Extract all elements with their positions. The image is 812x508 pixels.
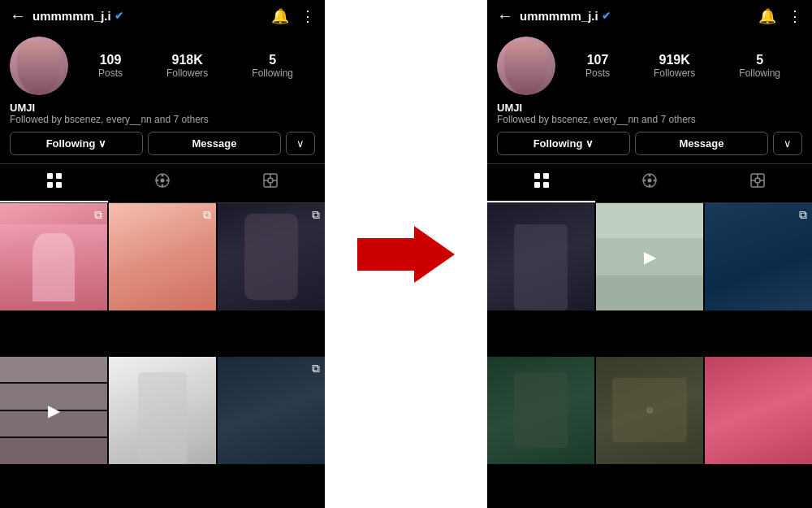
- right-bio-section: UMJI Followed by bscenez, every__nn and …: [487, 102, 812, 132]
- left-following-count: 5: [269, 53, 276, 67]
- right-following-button[interactable]: Following ∨: [497, 132, 630, 155]
- svg-rect-18: [543, 173, 549, 179]
- left-posts-label: Posts: [98, 67, 123, 79]
- left-bell-icon[interactable]: 🔔: [271, 7, 289, 25]
- left-more-icon[interactable]: ⋮: [300, 7, 315, 25]
- right-followers-count: 919K: [659, 53, 690, 67]
- left-stat-following[interactable]: 5 Following: [252, 53, 293, 79]
- left-posts-count: 109: [100, 53, 122, 67]
- right-cell3-multi-icon: ⧉: [799, 208, 807, 222]
- left-posts-grid: ⧉ ⧉ ⧉ ▶ ⧉: [0, 203, 325, 508]
- left-username-text: ummmmm_j.i: [32, 9, 111, 23]
- right-reels-icon: [641, 172, 658, 193]
- right-grid-cell-3[interactable]: ⧉: [705, 203, 812, 310]
- svg-point-8: [161, 175, 163, 177]
- svg-point-5: [160, 179, 164, 183]
- right-tab-tagged[interactable]: [704, 164, 812, 202]
- right-more-icon[interactable]: ⋮: [788, 7, 802, 25]
- left-following-button[interactable]: Following ∨: [10, 132, 143, 155]
- right-grid-cell-1[interactable]: [487, 203, 594, 310]
- svg-rect-17: [534, 173, 540, 179]
- left-stat-posts[interactable]: 109 Posts: [98, 53, 123, 79]
- svg-rect-2: [47, 182, 53, 188]
- left-more-chevron-icon: ∨: [296, 137, 304, 150]
- left-grid-cell-1[interactable]: ⧉: [0, 203, 107, 310]
- left-grid-cell-5[interactable]: [109, 357, 216, 464]
- left-stat-followers[interactable]: 918K Followers: [166, 53, 208, 79]
- right-more-button[interactable]: ∨: [773, 132, 802, 155]
- left-grid-cell-2[interactable]: ⧉: [109, 203, 216, 310]
- right-tab-grid[interactable]: [487, 164, 595, 202]
- right-grid-icon: [533, 172, 550, 193]
- left-tab-tagged[interactable]: [217, 164, 325, 202]
- left-verified-badge: ✔: [114, 10, 123, 22]
- left-tagged-icon: [262, 172, 279, 193]
- right-following-label: Following: [739, 67, 780, 79]
- right-stat-followers[interactable]: 919K Followers: [654, 53, 695, 79]
- left-following-chevron-icon: ∨: [98, 137, 106, 150]
- right-tab-reels[interactable]: [595, 164, 703, 202]
- svg-point-25: [648, 175, 650, 177]
- left-back-button[interactable]: ←: [10, 7, 26, 25]
- left-tab-reels[interactable]: [108, 164, 216, 202]
- left-cell1-multi-icon: ⧉: [94, 208, 102, 222]
- right-grid-cell-2[interactable]: ▶: [596, 203, 703, 310]
- right-grid-cell-5[interactable]: ⊙: [596, 357, 703, 464]
- right-stat-following[interactable]: 5 Following: [739, 53, 780, 79]
- right-followers-label: Followers: [654, 67, 695, 79]
- svg-marker-16: [357, 226, 455, 283]
- left-bio-section: UMJI Followed by bscenez, every__nn and …: [0, 102, 325, 132]
- svg-rect-1: [56, 173, 62, 179]
- left-grid-cell-4[interactable]: ▶: [0, 357, 107, 464]
- right-username-text: ummmmm_j.i: [520, 9, 598, 23]
- left-stats-row: 109 Posts 918K Followers 5 Following: [76, 53, 315, 79]
- right-posts-grid: ▶ ⧉ ⊙: [487, 203, 812, 508]
- left-action-buttons: Following ∨ Message ∨: [0, 132, 325, 163]
- left-reels-icon: [154, 172, 171, 193]
- right-bell-icon[interactable]: 🔔: [758, 7, 776, 25]
- left-avatar[interactable]: [10, 37, 68, 95]
- svg-rect-3: [56, 182, 62, 188]
- right-stat-posts[interactable]: 107 Posts: [585, 53, 610, 79]
- left-username: ummmmm_j.i ✔: [32, 9, 265, 23]
- right-grid-cell-4[interactable]: [487, 357, 594, 464]
- right-avatar[interactable]: [497, 37, 555, 95]
- svg-point-11: [268, 178, 273, 183]
- right-following-chevron-icon: ∨: [585, 137, 594, 150]
- right-back-button[interactable]: ←: [497, 7, 513, 25]
- left-following-label: Following: [252, 67, 293, 79]
- left-more-button[interactable]: ∨: [286, 132, 315, 155]
- right-more-chevron-icon: ∨: [784, 137, 792, 150]
- left-grid-cell-3[interactable]: ⧉: [218, 203, 325, 310]
- right-header: ← ummmmm_j.i ✔ 🔔 ⋮: [487, 0, 812, 32]
- right-tab-bar: [487, 163, 812, 203]
- right-following-label: Following: [533, 137, 583, 150]
- right-arrow-icon: [357, 222, 455, 287]
- left-tab-bar: [0, 163, 325, 203]
- svg-point-6: [156, 180, 158, 182]
- left-bio-name: UMJI: [10, 102, 315, 114]
- right-bio-followed: Followed by bscenez, every__nn and 7 oth…: [497, 114, 802, 125]
- left-grid-cell-6[interactable]: ⧉: [218, 357, 325, 464]
- left-message-button[interactable]: Message: [148, 132, 281, 155]
- left-profile-section: 109 Posts 918K Followers 5 Following: [0, 32, 325, 102]
- left-message-label: Message: [192, 137, 237, 150]
- svg-point-28: [755, 178, 760, 183]
- svg-point-26: [648, 185, 650, 187]
- right-posts-label: Posts: [585, 67, 610, 79]
- right-action-buttons: Following ∨ Message ∨: [487, 132, 812, 163]
- left-header: ← ummmmm_j.i ✔ 🔔 ⋮: [0, 0, 325, 32]
- svg-point-23: [643, 180, 646, 182]
- left-phone-panel: ← ummmmm_j.i ✔ 🔔 ⋮ 109 Posts 918K Follow…: [0, 0, 325, 508]
- svg-point-7: [166, 180, 168, 182]
- right-header-icons: 🔔 ⋮: [758, 7, 802, 25]
- right-message-button[interactable]: Message: [635, 132, 768, 155]
- right-stats-row: 107 Posts 919K Followers 5 Following: [564, 53, 802, 79]
- left-tab-grid[interactable]: [0, 164, 108, 202]
- left-header-icons: 🔔 ⋮: [271, 7, 315, 25]
- right-grid-cell-6[interactable]: [705, 357, 812, 464]
- right-cell2-play-icon: ▶: [644, 247, 656, 267]
- svg-rect-20: [543, 182, 549, 188]
- left-cell3-multi-icon: ⧉: [312, 208, 320, 222]
- svg-rect-0: [47, 173, 53, 179]
